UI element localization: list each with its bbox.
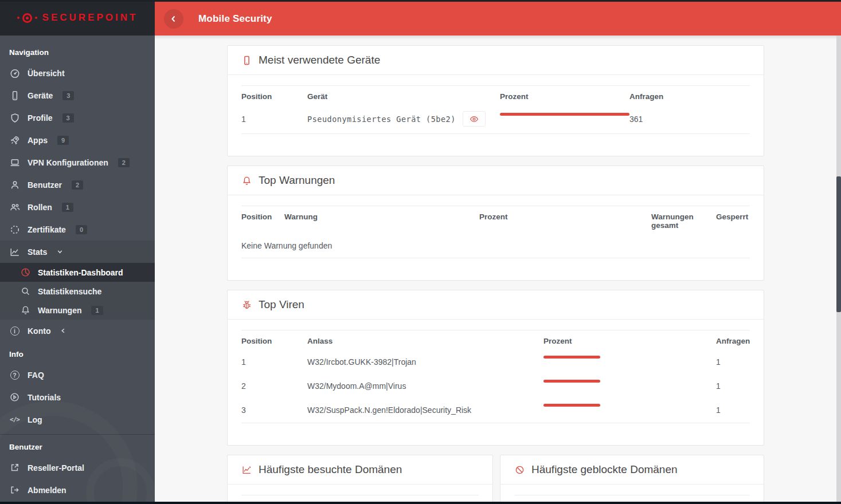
progress-bar [500,113,629,116]
chevron-left-icon [60,328,67,334]
sidebar-item-profile[interactable]: Profile 3 [0,107,155,129]
table-header-row: Position Anlass Prozent Anfragen [241,330,750,351]
card-body: Position Anlass Prozent Anfragen 1 W32/I… [228,320,764,445]
col-gesperrt: Gesperrt [716,212,750,221]
sidebar-item-label: Apps [28,136,48,145]
table-row: 3 W32/SuspPack.N.gen!Eldorado|Security_R… [241,399,750,423]
card-most-used-devices: Meist verwendete Geräte Position Gerät P… [227,45,764,156]
sidebar-item-apps[interactable]: Apps 9 [0,129,155,151]
card-body: Position Domäne Prozent Anfragen 1 meetr… [500,485,764,504]
sidebar-item-label: Profile [28,113,53,123]
cell-position: 2 [241,381,307,391]
cell-prozent [543,380,716,392]
count-badge: 1 [91,306,103,315]
sidebar-item-label: Statistiken-Dashboard [38,268,123,277]
sidebar-item-geraete[interactable]: Geräte 3 [0,84,155,107]
card-body: Position Gerät Prozent Anfragen 1 Pseudo… [228,75,764,156]
card-title: Top Viren [259,298,304,311]
chevron-down-icon [57,249,63,255]
table-row: 1 W32/Ircbot.GUKK-3982|Trojan 1 [241,351,750,375]
brand-logo[interactable]: SECUREPOINT [0,0,155,36]
card-top-warnings: Top Warnungen Position Warnung Prozent W… [227,166,764,281]
sidebar-item-zertifikate[interactable]: Zertifikate 0 [0,218,155,241]
table-body: 1 Pseudonymisiertes Gerät (5be2) [241,106,750,134]
sidebar-item-label: Stats [28,247,47,257]
chart-icon [9,246,20,257]
col-warnungen-gesamt: Warnungen gesamt [651,212,716,230]
cell-anfragen: 1 [716,357,750,367]
table-row: 2 W32/Mydoom.A@mm|Virus 1 [241,375,750,399]
sidebar-item-uebersicht[interactable]: Übersicht [0,62,155,84]
play-circle-icon [9,392,20,403]
sidebar-item-vpn-konfigurationen[interactable]: VPN Konfigurationen 2 [0,151,155,174]
card-header: Meist verwendete Geräte [228,46,764,75]
cell-prozent [500,113,629,125]
logo-dot-icon [17,17,19,19]
info-circle-icon: i [9,325,20,336]
logo-dot-icon [35,17,37,19]
view-device-button[interactable] [463,111,486,127]
vertical-scrollbar[interactable] [836,36,841,502]
card-header: Häufigste besuchte Domänen [228,455,492,485]
table-header-row: Position Gerät Prozent Anfragen [241,86,750,106]
pie-chart-icon [21,267,30,277]
brand-name: SECUREPOINT [42,12,138,23]
sidebar-item-label: FAQ [28,371,44,380]
laptop-icon [9,157,20,168]
scrollbar-thumb[interactable] [836,176,841,312]
sidebar-item-label: Rollen [28,203,52,212]
sidebar-item-rollen[interactable]: Rollen 1 [0,196,155,218]
sidebar-item-statistiken-dashboard[interactable]: Statistiken-Dashboard [0,263,155,282]
rocket-icon [9,135,20,145]
stats-group: Stats Statistiken-Dashboard Statistik [0,241,155,320]
count-badge: 0 [76,225,87,234]
cell-position: 1 [241,357,307,367]
col-anlass: Anlass [307,337,543,345]
cell-device: Pseudonymisiertes Gerät (5be2) [307,111,500,127]
cell-anlass: W32/Ircbot.GUKK-3982|Trojan [307,357,543,367]
table-header-row: Position Warnung Prozent Warnungen gesam… [241,206,750,235]
sidebar-item-label: Geräte [28,91,53,100]
app-root: SECUREPOINT Navigation Übersicht Geräte … [0,0,841,504]
count-badge: 2 [72,180,83,190]
cell-anfragen: 1 [716,405,750,415]
users-icon [9,202,20,212]
sidebar-item-label: Zertifikate [28,225,66,234]
question-circle-icon: ? [9,369,20,380]
cell-prozent [543,356,716,368]
col-geraet: Gerät [307,92,500,101]
col-warnung: Warnung [284,212,479,221]
table-body: 1 W32/Ircbot.GUKK-3982|Trojan 1 2 W32/My… [241,351,750,423]
cell-anfragen: 361 [629,115,750,124]
user-icon [9,179,20,190]
count-badge: 1 [62,203,73,212]
col-position: Position [241,337,307,345]
count-badge: 3 [62,113,74,123]
sidebar-item-label: Konto [28,326,50,336]
cell-prozent [543,404,716,416]
cards-container: Meist verwendete Geräte Position Gerät P… [227,36,764,504]
sidebar-item-konto[interactable]: i Konto [0,320,155,342]
back-button[interactable] [164,9,183,29]
page-title: Mobile Security [198,13,272,25]
sidebar-item-statistikensuche[interactable]: Statistikensuche [0,282,155,301]
empty-state-text: Keine Warnung gefunden [241,235,750,258]
card-header: Top Viren [228,290,764,320]
col-prozent: Prozent [500,92,629,101]
search-icon [21,286,30,296]
sidebar-item-warnungen[interactable]: Warnungen 1 [0,301,155,320]
gauge-icon [9,68,20,78]
card-blocked-domains: Häufigste geblockte Domänen Position Dom… [500,455,764,504]
sidebar-item-faq[interactable]: ? FAQ [0,364,155,386]
sidebar-item-benutzer[interactable]: Benutzer 2 [0,174,155,196]
warnings-table: Position Warnung Prozent Warnungen gesam… [241,206,750,258]
bell-icon [241,175,252,186]
smartphone-icon [9,90,20,101]
viruses-table: Position Anlass Prozent Anfragen 1 W32/I… [241,330,750,423]
card-header: Häufigste geblockte Domänen [500,455,764,485]
bell-icon [21,305,30,315]
count-badge: 3 [62,91,74,100]
col-prozent: Prozent [479,212,651,221]
sidebar-item-stats[interactable]: Stats [0,241,155,263]
card-header: Top Warnungen [228,166,764,195]
